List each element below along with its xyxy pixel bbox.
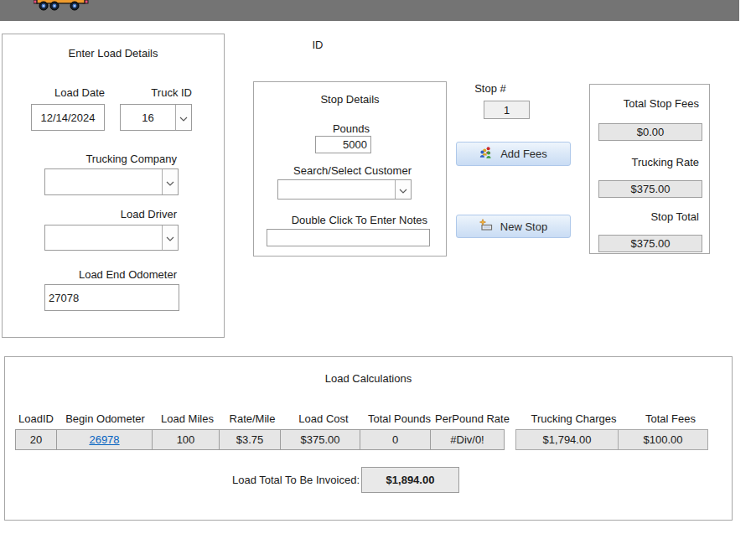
new-stop-icon bbox=[479, 219, 493, 235]
chevron-down-icon bbox=[166, 231, 174, 244]
customer-dropdown-button[interactable] bbox=[395, 180, 411, 199]
customer-combobox[interactable] bbox=[277, 179, 412, 200]
invoice-total-value: $1,894.00 bbox=[361, 467, 459, 493]
load-calculations-panel: Load Calculations LoadID Begin Odometer … bbox=[4, 356, 733, 521]
col-header-trucking-charges: Trucking Charges bbox=[522, 412, 625, 425]
chevron-down-icon bbox=[179, 111, 188, 124]
cell-load-cost: $375.00 bbox=[280, 429, 360, 450]
truck-id-label: Truck ID bbox=[120, 86, 192, 99]
chevron-down-icon bbox=[166, 176, 174, 189]
id-label: ID bbox=[305, 39, 330, 51]
customer-value[interactable] bbox=[278, 180, 395, 199]
load-driver-combobox[interactable] bbox=[44, 225, 179, 251]
people-group-icon bbox=[479, 146, 493, 162]
load-details-panel: Enter Load Details Load Date Truck ID Tr… bbox=[2, 34, 225, 338]
load-end-odometer-field[interactable] bbox=[44, 284, 179, 311]
notes-label: Double Click To Enter Notes bbox=[267, 214, 427, 226]
stop-details-panel: Stop Details Pounds Search/Select Custom… bbox=[253, 81, 447, 257]
col-header-begin-odometer: Begin Odometer bbox=[57, 412, 153, 425]
add-fees-button[interactable]: Add Fees bbox=[456, 142, 571, 166]
cell-total-pounds: 0 bbox=[360, 429, 431, 450]
cell-rate-mile: $3.75 bbox=[219, 429, 281, 450]
stop-total-value: $375.00 bbox=[598, 235, 702, 252]
load-driver-dropdown-button[interactable] bbox=[162, 225, 178, 250]
load-calculations-title: Load Calculations bbox=[5, 372, 732, 385]
trucking-company-value[interactable] bbox=[45, 169, 162, 194]
trucking-company-label: Trucking Company bbox=[44, 153, 177, 165]
load-date-field[interactable] bbox=[31, 104, 105, 131]
col-header-perpound-rate: PerPound Rate bbox=[435, 412, 510, 425]
total-stop-fees-label: Total Stop Fees bbox=[598, 97, 699, 110]
stop-totals-panel: Total Stop Fees $0.00 Trucking Rate $375… bbox=[589, 84, 710, 254]
col-header-total-fees: Total Fees bbox=[625, 412, 716, 425]
new-stop-button[interactable]: New Stop bbox=[456, 215, 571, 238]
load-driver-label: Load Driver bbox=[44, 208, 177, 220]
cell-begin-odometer: 26978 bbox=[56, 429, 153, 450]
cell-trucking-charges: $1,794.00 bbox=[515, 429, 619, 450]
invoice-total-label: Load Total To Be Invoiced: bbox=[125, 474, 360, 486]
table-header-row: LoadID Begin Odometer Load Miles Rate/Mi… bbox=[15, 412, 716, 425]
trucking-company-dropdown-button[interactable] bbox=[162, 169, 178, 194]
col-header-loadid: LoadID bbox=[15, 412, 57, 425]
total-stop-fees-value: $0.00 bbox=[598, 123, 702, 141]
trucking-company-combobox[interactable] bbox=[44, 168, 179, 195]
stop-number-label: Stop # bbox=[469, 82, 511, 95]
col-header-rate-mile: Rate/Mile bbox=[221, 412, 283, 425]
stop-number-value: 1 bbox=[484, 101, 530, 119]
stop-total-label: Stop Total bbox=[598, 210, 699, 223]
table-row: 20 26978 100 $3.75 $375.00 0 #Div/0! $1,… bbox=[15, 429, 716, 450]
pounds-label: Pounds bbox=[315, 122, 370, 135]
cell-load-miles: 100 bbox=[152, 429, 220, 450]
load-driver-value[interactable] bbox=[45, 225, 162, 250]
cell-perpound-rate: #Div/0! bbox=[430, 429, 505, 450]
add-fees-label: Add Fees bbox=[500, 148, 547, 160]
load-details-title: Enter Load Details bbox=[3, 47, 224, 60]
cell-total-fees: $100.00 bbox=[618, 429, 708, 450]
chevron-down-icon bbox=[399, 184, 407, 196]
row-spacer bbox=[504, 429, 516, 450]
trucking-rate-value: $375.00 bbox=[598, 180, 702, 198]
cell-loadid: 20 bbox=[15, 429, 57, 450]
truck-id-combobox[interactable] bbox=[120, 104, 192, 131]
customer-label: Search/Select Customer bbox=[277, 164, 412, 177]
begin-odometer-link[interactable]: 26978 bbox=[89, 433, 119, 446]
new-stop-label: New Stop bbox=[500, 220, 547, 233]
load-entry-form: ID Enter Load Details Load Date Truck ID… bbox=[0, 0, 756, 539]
stop-details-title: Stop Details bbox=[254, 93, 446, 106]
notes-field[interactable] bbox=[267, 229, 430, 246]
truck-id-dropdown-button[interactable] bbox=[175, 105, 191, 130]
truck-id-value[interactable] bbox=[121, 105, 175, 130]
load-end-odometer-label: Load End Odometer bbox=[44, 268, 177, 281]
window-titlebar bbox=[0, 0, 739, 21]
trucking-rate-label: Trucking Rate bbox=[598, 156, 699, 168]
load-date-label: Load Date bbox=[31, 86, 105, 99]
col-header-load-cost: Load Cost bbox=[283, 412, 364, 425]
truck-icon bbox=[34, 0, 89, 14]
pounds-field[interactable] bbox=[315, 136, 371, 153]
col-header-total-pounds: Total Pounds bbox=[364, 412, 435, 425]
load-calculations-table: LoadID Begin Odometer Load Miles Rate/Mi… bbox=[15, 412, 716, 450]
col-header-load-miles: Load Miles bbox=[153, 412, 221, 425]
